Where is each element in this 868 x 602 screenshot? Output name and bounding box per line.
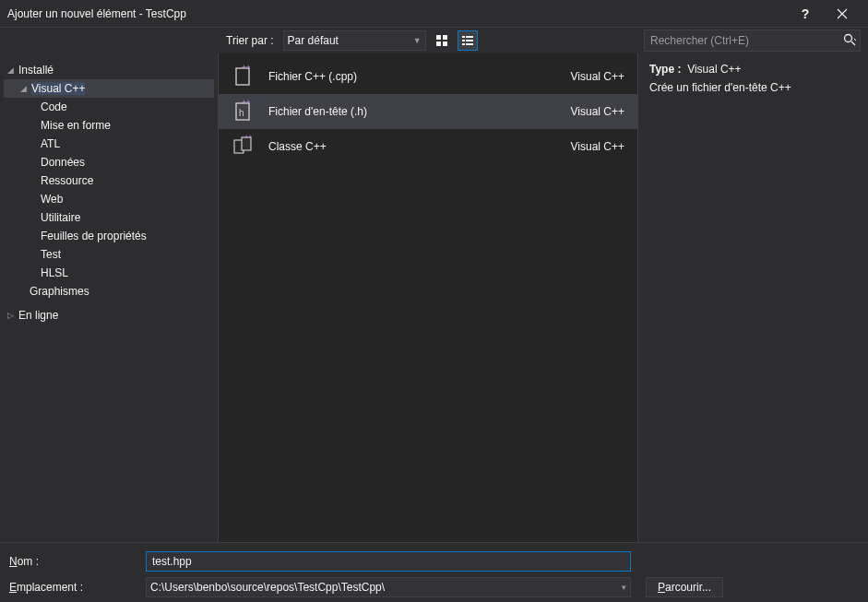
tree-web[interactable]: Web	[4, 190, 214, 208]
svg-rect-7	[466, 40, 473, 41]
location-value: C:\Users\benbo\source\repos\TestCpp\Test…	[150, 581, 385, 594]
tree-label: Feuilles de propriétés	[41, 230, 147, 242]
tree-label: Mise en forme	[41, 119, 111, 132]
tree-installed[interactable]: ◢ Installé	[4, 61, 214, 79]
details-panel: Type : Visual C++ Crée un fichier d'en-t…	[638, 53, 868, 542]
svg-text:h: h	[239, 108, 244, 118]
arrow-down-icon: ◢	[20, 84, 31, 93]
location-select[interactable]: C:\Users\benbo\source\repos\TestCpp\Test…	[146, 577, 631, 597]
tree-hlsl[interactable]: HLSL	[4, 264, 214, 282]
tree-ressource[interactable]: Ressource	[4, 171, 214, 190]
svg-text:++: ++	[244, 135, 252, 140]
tree-label: Web	[41, 193, 63, 206]
name-input[interactable]	[146, 551, 631, 572]
tree-code[interactable]: Code	[4, 98, 214, 116]
tree-visual-cpp[interactable]: ◢ Visual C++	[4, 79, 214, 98]
svg-rect-4	[462, 36, 465, 38]
tree-mise-en-forme[interactable]: Mise en forme	[4, 116, 214, 135]
tree-label: HLSL	[41, 266, 68, 279]
tree-label: Utilitaire	[41, 211, 80, 224]
tree-test[interactable]: Test	[4, 245, 214, 264]
svg-rect-3	[443, 41, 447, 46]
svg-rect-1	[443, 35, 447, 40]
browse-button[interactable]: Parcourir...	[646, 577, 723, 597]
list-item-header-file[interactable]: h++ Fichier d'en-tête (.h) Visual C++	[219, 94, 637, 129]
tree-label: Graphismes	[30, 285, 89, 298]
tree-atl[interactable]: ATL	[4, 135, 214, 153]
close-button[interactable]	[824, 0, 861, 28]
list-item-lang: Visual C++	[571, 140, 624, 153]
details-description: Crée un fichier d'en-tête C++	[649, 81, 857, 94]
list-item-lang: Visual C++	[571, 70, 624, 83]
list-item-label: Fichier d'en-tête (.h)	[268, 105, 558, 118]
svg-rect-2	[436, 41, 441, 46]
tree-label: Données	[41, 156, 85, 169]
search-icon[interactable]	[842, 32, 857, 50]
details-type-label: Type :	[649, 63, 681, 76]
tree-label: Visual C++	[31, 82, 85, 95]
svg-rect-9	[466, 43, 473, 45]
svg-rect-0	[436, 35, 441, 40]
view-list-button[interactable]	[458, 30, 478, 51]
tree-online[interactable]: ▷ En ligne	[4, 306, 214, 325]
window-title: Ajouter un nouvel élément - TestCpp	[7, 7, 787, 20]
template-list: ++ Fichier C++ (.cpp) Visual C++ h++ Fic…	[219, 53, 638, 542]
tree-donnees[interactable]: Données	[4, 153, 214, 171]
view-grid-button[interactable]	[432, 30, 452, 51]
cpp-file-icon: ++	[232, 65, 256, 89]
tree-label: Code	[41, 100, 67, 113]
svg-text:++: ++	[242, 100, 251, 106]
svg-rect-6	[462, 40, 465, 41]
details-type-value: Visual C++	[687, 63, 741, 76]
help-button[interactable]: ?	[787, 0, 824, 28]
sort-by-label: Trier par :	[226, 34, 274, 47]
list-item-label: Fichier C++ (.cpp)	[268, 70, 558, 83]
list-item-lang: Visual C++	[571, 105, 624, 118]
tree-label: ATL	[41, 137, 60, 150]
tree-label: Installé	[18, 64, 54, 77]
arrow-down-icon: ◢	[7, 65, 18, 75]
tree-label: Ressource	[41, 174, 93, 187]
list-item-cpp-class[interactable]: ++ Classe C++ Visual C++	[219, 129, 637, 164]
sort-by-value: Par défaut	[288, 34, 339, 47]
list-item-label: Classe C++	[268, 140, 558, 153]
tree-label: En ligne	[18, 309, 58, 322]
location-label: Emplacement :	[9, 581, 138, 594]
chevron-down-icon: ▼	[413, 36, 422, 45]
chevron-down-icon: ▾	[622, 583, 626, 592]
tree-graphismes[interactable]: Graphismes	[4, 282, 214, 301]
tree-label: Test	[41, 248, 61, 261]
svg-text:++: ++	[242, 65, 251, 71]
list-item-cpp-file[interactable]: ++ Fichier C++ (.cpp) Visual C++	[219, 59, 637, 94]
name-label: Nom :	[9, 555, 138, 568]
tree-utilitaire[interactable]: Utilitaire	[4, 208, 214, 227]
svg-rect-8	[462, 43, 465, 45]
svg-rect-5	[466, 36, 473, 38]
cpp-class-icon: ++	[232, 135, 256, 159]
sort-by-select[interactable]: Par défaut ▼	[283, 30, 426, 51]
svg-point-10	[845, 35, 852, 42]
arrow-right-icon: ▷	[7, 311, 18, 320]
category-tree: ◢ Installé ◢ Visual C++ Code Mise en for…	[0, 53, 219, 542]
tree-feuilles[interactable]: Feuilles de propriétés	[4, 227, 214, 245]
search-input[interactable]	[644, 30, 861, 52]
header-file-icon: h++	[232, 100, 256, 124]
